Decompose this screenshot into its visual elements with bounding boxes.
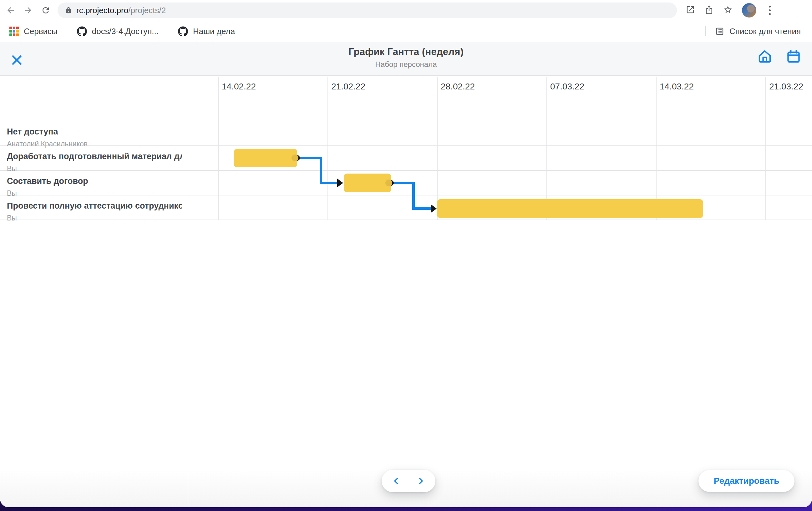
forward-arrow-icon — [24, 6, 33, 15]
date-column-header: 14.03.22 — [660, 82, 694, 92]
dependency-arrowhead — [431, 204, 437, 213]
url-host: rc.projecto.pro — [76, 6, 128, 15]
bookmark-docs[interactable]: docs/3-4.Доступ... — [77, 26, 158, 36]
chevron-left-icon — [392, 476, 401, 486]
bookmark-label: Сервисы — [24, 27, 58, 36]
bookmark-star-button[interactable] — [723, 5, 732, 16]
grid-line — [765, 77, 766, 220]
task-row-label: Составить договор Вы — [7, 176, 182, 198]
url-text: rc.projecto.pro/projects/2 — [76, 6, 166, 15]
task-title: Доработать подготовленный материал для .… — [7, 152, 182, 161]
toolbar-actions — [686, 3, 774, 18]
dependency-connector — [297, 157, 322, 159]
profile-avatar[interactable] — [742, 3, 756, 18]
dependency-arrowhead — [337, 179, 343, 187]
bookmark-label: Наши дела — [193, 27, 235, 36]
github-icon — [77, 26, 87, 36]
date-column-header: 14.02.22 — [222, 82, 256, 92]
dependency-anchor — [385, 180, 392, 186]
task-assignee: Вы — [7, 214, 182, 222]
bookmark-services[interactable]: Сервисы — [9, 27, 58, 36]
date-column-header: 21.02.22 — [331, 82, 365, 92]
bookmarks-divider — [705, 26, 706, 36]
apps-grid-icon — [9, 27, 19, 36]
lock-icon — [65, 7, 72, 14]
browser-menu-button[interactable] — [766, 4, 774, 17]
date-column-header: 21.03.22 — [769, 82, 803, 92]
task-row-label: Нет доступа Анатолий Красильников — [7, 127, 182, 148]
github-icon — [178, 26, 188, 36]
star-icon — [723, 5, 732, 14]
task-row-label: Провести полную аттестацию сотрудников В… — [7, 201, 182, 222]
url-bar[interactable]: rc.projecto.pro/projects/2 — [58, 2, 677, 18]
bookmark-our-business[interactable]: Наши дела — [178, 26, 235, 36]
task-assignee: Вы — [7, 164, 182, 173]
reading-list-label: Список для чтения — [729, 27, 801, 36]
calendar-icon — [786, 49, 801, 64]
reading-list-icon — [715, 27, 724, 36]
task-title: Провести полную аттестацию сотрудников — [7, 201, 182, 211]
task-assignee: Вы — [7, 189, 182, 198]
grid-line — [327, 77, 328, 220]
grid-line — [546, 77, 547, 220]
date-column-header: 07.03.22 — [550, 82, 584, 92]
date-column-header: 28.02.22 — [441, 82, 475, 92]
share-button[interactable] — [704, 5, 714, 16]
grid-line — [0, 121, 812, 121]
app-sheet: rc.projecto.pro/projects/2 Сервисы — [0, 0, 812, 507]
gantt-task-bar[interactable] — [344, 174, 391, 192]
reload-button[interactable] — [39, 3, 53, 17]
timeline-pager — [382, 470, 435, 492]
grid-line — [656, 77, 657, 220]
dependency-connector — [391, 182, 415, 184]
grid-line — [437, 77, 438, 220]
open-in-new-icon — [686, 5, 695, 14]
bookmarks-bar: Сервисы docs/3-4.Доступ... Наши дела Спи… — [0, 21, 812, 42]
url-path: /projects/2 — [128, 6, 166, 15]
task-assignee: Анатолий Красильников — [7, 140, 182, 148]
gantt-task-bar[interactable] — [234, 149, 297, 167]
home-button[interactable] — [757, 49, 773, 66]
grid-line — [218, 77, 219, 220]
home-icon — [757, 49, 773, 64]
calendar-button[interactable] — [786, 49, 801, 66]
page-title: График Гантта (неделя) — [0, 46, 812, 58]
task-title: Нет доступа — [7, 127, 182, 137]
dependency-connector — [320, 182, 339, 184]
forward-button[interactable] — [21, 3, 35, 17]
edit-button[interactable]: Редактировать — [698, 470, 794, 492]
task-row-label: Доработать подготовленный материал для .… — [7, 152, 182, 173]
gantt-canvas: 14.02.22 21.02.22 28.02.22 07.03.22 14.0… — [0, 77, 812, 507]
reload-icon — [41, 6, 50, 15]
page-title-block: График Гантта (неделя) Набор персонала — [0, 46, 812, 69]
task-title: Составить договор — [7, 176, 182, 186]
browser-toolbar: rc.projecto.pro/projects/2 — [0, 0, 812, 21]
share-icon — [704, 5, 714, 14]
open-in-new-button[interactable] — [686, 5, 695, 16]
next-week-button[interactable] — [414, 474, 428, 488]
chevron-right-icon — [416, 476, 426, 486]
grid-line — [188, 77, 188, 507]
back-arrow-icon — [6, 6, 15, 15]
back-button[interactable] — [4, 3, 18, 17]
page-subtitle: Набор персонала — [0, 60, 812, 69]
previous-week-button[interactable] — [389, 474, 403, 488]
dependency-connector — [412, 207, 432, 210]
gantt-header: График Гантта (неделя) Набор персонала — [0, 42, 812, 76]
bookmark-label: docs/3-4.Доступ... — [92, 27, 158, 36]
dependency-connector — [412, 182, 415, 210]
dependency-anchor — [292, 154, 298, 161]
reading-list-button[interactable]: Список для чтения — [715, 27, 801, 36]
dependency-connector — [320, 157, 322, 184]
gantt-task-bar[interactable] — [437, 199, 703, 218]
